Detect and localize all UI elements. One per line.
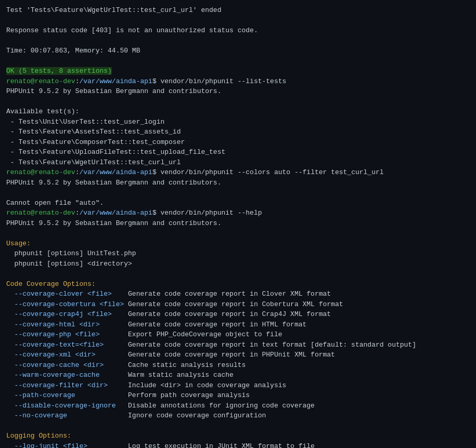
terminal-line: --disable-coverage-ignore Disable annota…: [6, 401, 470, 411]
terminal-output: Test 'Tests\Feature\WgetUrlTest::test_cu…: [6, 5, 470, 448]
terminal-line: --path-coverage Perform path coverage an…: [6, 390, 470, 401]
terminal-line: --no-coverage Ignore code coverage confi…: [6, 411, 470, 421]
terminal-line: renato@renato-dev:/var/www/ainda-api$ ve…: [6, 167, 470, 178]
terminal-line: Time: 00:07.863, Memory: 44.50 MB: [6, 46, 470, 56]
terminal-line: renato@renato-dev:/var/www/ainda-api$ ve…: [6, 208, 470, 218]
terminal-line: Test 'Tests\Feature\WgetUrlTest::test_cu…: [6, 5, 470, 16]
terminal-line: Available test(s):: [6, 107, 470, 117]
terminal-line: [6, 269, 470, 279]
terminal-line: [6, 56, 470, 67]
terminal-line: [6, 188, 470, 198]
terminal-line: [6, 97, 470, 107]
terminal-line: PHPUnit 9.5.2 by Sebastian Bergmann and …: [6, 218, 470, 229]
terminal-line: - Tests\Feature\WgetUrlTest::test_curl_u…: [6, 157, 470, 168]
terminal-line: --coverage-text=<file> Generate code cov…: [6, 340, 470, 350]
terminal-line: [6, 16, 470, 26]
terminal-line: [6, 36, 470, 46]
terminal-line: Logging Options:: [6, 431, 470, 441]
terminal-line: PHPUnit 9.5.2 by Sebastian Bergmann and …: [6, 178, 470, 188]
terminal-line: --coverage-cache <dir> Cache static anal…: [6, 360, 470, 371]
terminal-line: Code Coverage Options:: [6, 279, 470, 289]
terminal-line: - Tests\Unit\UserTest::test_user_login: [6, 117, 470, 127]
terminal-line: --coverage-clover <file> Generate code c…: [6, 289, 470, 299]
terminal-line: Cannot open file "auto".: [6, 198, 470, 208]
terminal-line: Response status code [403] is not an una…: [6, 25, 470, 36]
terminal-line: --coverage-html <dir> Generate code cove…: [6, 320, 470, 330]
terminal-line: --coverage-xml <dir> Generate code cover…: [6, 350, 470, 360]
ok-badge: OK (5 tests, 8 assertions): [6, 67, 112, 75]
terminal-line: --coverage-crap4j <file> Generate code c…: [6, 309, 470, 320]
terminal-line: - Tests\Feature\ComposerTest::test_compo…: [6, 137, 470, 148]
terminal-line: --log-junit <file> Log test execution in…: [6, 441, 470, 449]
terminal-line: OK (5 tests, 8 assertions): [6, 66, 470, 76]
terminal-line: --coverage-php <file> Export PHP_CodeCov…: [6, 330, 470, 340]
terminal-line: - Tests\Feature\UploadFileTest::test_upl…: [6, 147, 470, 157]
terminal-line: [6, 228, 470, 239]
terminal-line: PHPUnit 9.5.2 by Sebastian Bergmann and …: [6, 86, 470, 97]
terminal-line: --coverage-filter <dir> Include <dir> in…: [6, 380, 470, 391]
terminal-line: - Tests\Feature\AssetsTest::test_assets_…: [6, 127, 470, 137]
terminal-line: --warm-coverage-cache Warm static analys…: [6, 370, 470, 380]
terminal-line: Usage:: [6, 239, 470, 249]
terminal-line: phpunit [options] UnitTest.php: [6, 248, 470, 259]
terminal-line: --coverage-cobertura <file> Generate cod…: [6, 299, 470, 310]
terminal-line: phpunit [options] <directory>: [6, 259, 470, 269]
terminal-line: renato@renato-dev:/var/www/ainda-api$ ve…: [6, 76, 470, 87]
terminal-line: [6, 421, 470, 431]
